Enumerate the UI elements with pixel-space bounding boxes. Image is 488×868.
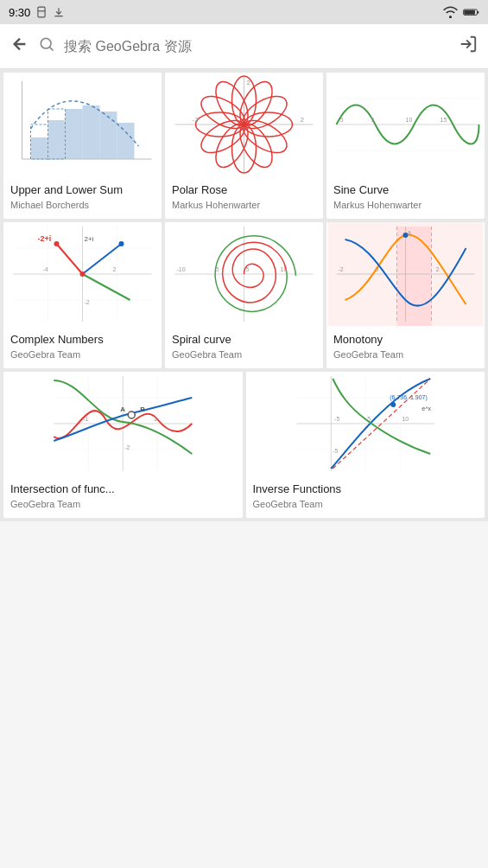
svg-text:5: 5	[367, 416, 371, 422]
svg-point-99	[390, 402, 396, 407]
svg-rect-8	[31, 137, 48, 159]
svg-text:-5: -5	[333, 448, 338, 454]
bookmark-icon	[35, 6, 48, 18]
svg-rect-0	[38, 7, 45, 17]
svg-text:2+i: 2+i	[85, 235, 94, 243]
svg-text:5: 5	[371, 117, 375, 123]
search-icon	[38, 35, 55, 57]
card-polar-rose[interactable]: 2 -2 2 Polar Rose Markus Hohenwarter	[165, 73, 323, 219]
svg-point-85	[128, 412, 135, 418]
card-monotony[interactable]: -2 0 2 A Monotony GeoGebra Team	[326, 222, 485, 368]
svg-text:A: A	[408, 230, 412, 236]
thumb-complex-numbers: -2+i 2+i -4 2 -2	[3, 222, 162, 326]
svg-point-55	[119, 241, 124, 246]
download-icon	[53, 6, 65, 18]
card-intersection[interactable]: A B -1 2 -2 Intersection of func... GeoG…	[3, 372, 243, 518]
login-button[interactable]	[459, 35, 478, 59]
card-author-inverse-functions: GeoGebra Team	[253, 499, 478, 509]
search-input[interactable]	[64, 39, 450, 54]
svg-text:2: 2	[154, 416, 157, 422]
thumb-monotony: -2 0 2 A	[326, 222, 485, 326]
svg-text:-2+i: -2+i	[38, 234, 52, 243]
svg-text:2: 2	[247, 79, 251, 86]
svg-text:-5: -5	[214, 266, 219, 272]
thumb-spiral-curve: -10 -5 5 10	[165, 222, 323, 326]
svg-rect-9	[48, 120, 66, 159]
svg-point-56	[54, 241, 60, 246]
card-author-spiral-curve: GeoGebra Team	[172, 349, 316, 360]
svg-rect-12	[100, 112, 117, 159]
card-title-inverse-functions: Inverse Functions	[253, 482, 478, 495]
svg-text:-2: -2	[339, 266, 344, 272]
card-title-complex-numbers: Complex Numbers	[10, 333, 155, 346]
svg-point-4	[41, 38, 51, 48]
svg-text:-2: -2	[85, 299, 90, 305]
svg-text:5: 5	[246, 266, 250, 272]
svg-text:-2: -2	[193, 116, 200, 124]
svg-rect-68	[397, 227, 432, 326]
status-time: 9:30	[9, 6, 30, 19]
svg-text:e^x: e^x	[421, 405, 431, 412]
card-spiral-curve[interactable]: -10 -5 5 10 Spiral curve GeoGebra Team	[165, 222, 323, 368]
card-author-monotony: GeoGebra Team	[333, 349, 478, 360]
card-author-sine-curve: Markus Hohenwarter	[333, 200, 478, 210]
svg-text:0: 0	[376, 266, 379, 272]
card-author-intersection: GeoGebra Team	[10, 499, 236, 509]
wifi-icon	[442, 6, 459, 18]
svg-text:-10: -10	[177, 266, 186, 272]
svg-rect-2	[477, 11, 478, 14]
back-button[interactable]	[10, 35, 29, 58]
thumb-intersection: A B -1 2 -2	[3, 372, 243, 475]
card-inverse-functions[interactable]: (6.736, 1.907) -5 5 10 -5 e^x Inverse Fu…	[246, 372, 485, 518]
svg-text:(6.736, 1.907): (6.736, 1.907)	[390, 394, 428, 401]
search-bar	[0, 24, 488, 69]
svg-text:10: 10	[402, 416, 409, 422]
svg-point-54	[80, 271, 86, 277]
svg-rect-3	[464, 10, 475, 14]
thumb-upper-lower-sum	[3, 73, 162, 176]
card-upper-lower-sum[interactable]: Upper and Lower Sum Michael Borcherds	[3, 73, 162, 219]
card-author-complex-numbers: GeoGebra Team	[10, 349, 155, 360]
card-title-sine-curve: Sine Curve	[333, 183, 478, 196]
svg-text:-4: -4	[43, 266, 48, 272]
svg-text:10: 10	[281, 266, 288, 272]
card-author-polar-rose: Markus Hohenwarter	[172, 200, 316, 210]
card-title-polar-rose: Polar Rose	[172, 183, 316, 196]
svg-text:15: 15	[440, 117, 447, 123]
svg-text:A: A	[120, 405, 125, 413]
card-sine-curve[interactable]: -5 5 10 15 Sine Curve Markus Hohenwarter	[326, 73, 485, 219]
card-title-intersection: Intersection of func...	[10, 482, 236, 495]
svg-text:B: B	[140, 405, 145, 413]
svg-text:2: 2	[436, 266, 440, 272]
card-author-upper-lower-sum: Michael Borcherds	[10, 200, 155, 210]
status-bar: 9:30	[0, 0, 488, 24]
card-grid: Upper and Lower Sum Michael Borcherds	[0, 69, 488, 372]
svg-rect-11	[83, 105, 100, 159]
svg-text:-5: -5	[334, 416, 339, 422]
svg-text:-5: -5	[339, 117, 344, 123]
svg-text:-2: -2	[124, 444, 130, 450]
card-title-monotony: Monotony	[333, 333, 478, 346]
battery-icon	[463, 8, 479, 16]
svg-rect-13	[117, 123, 135, 159]
svg-text:-1: -1	[83, 416, 88, 422]
thumb-polar-rose: 2 -2 2	[165, 73, 323, 176]
svg-text:2: 2	[301, 116, 305, 124]
svg-text:10: 10	[406, 117, 413, 123]
card-title-spiral-curve: Spiral curve	[172, 333, 316, 346]
svg-text:2: 2	[113, 266, 117, 272]
card-title-upper-lower-sum: Upper and Lower Sum	[10, 183, 155, 196]
svg-rect-10	[66, 109, 83, 159]
card-grid-bottom: A B -1 2 -2 Intersection of func... GeoG…	[0, 372, 488, 521]
card-complex-numbers[interactable]: -2+i 2+i -4 2 -2 Complex Numbers GeoGebr…	[3, 222, 162, 368]
thumb-inverse-functions: (6.736, 1.907) -5 5 10 -5 e^x	[246, 372, 485, 475]
thumb-sine-curve: -5 5 10 15	[326, 73, 485, 176]
